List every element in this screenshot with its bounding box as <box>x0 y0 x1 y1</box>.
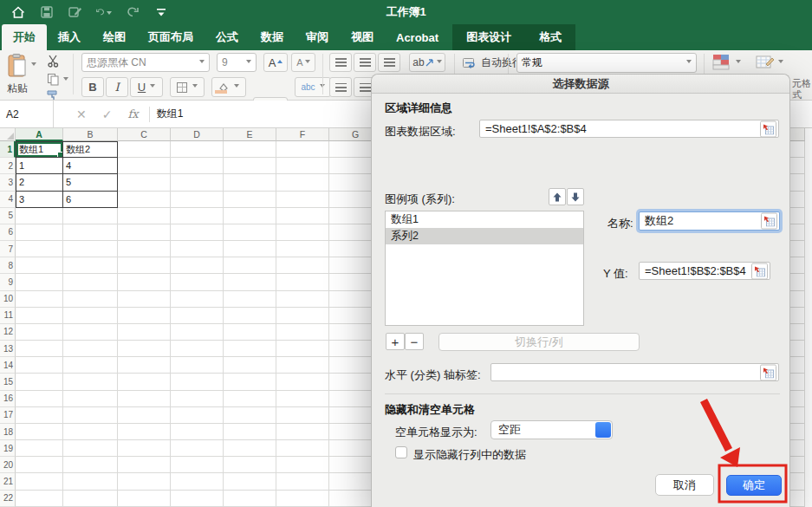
cell-F6[interactable] <box>276 224 329 241</box>
cell-A13[interactable] <box>16 341 63 357</box>
cell-C18[interactable] <box>118 424 171 440</box>
cell-C16[interactable] <box>118 391 171 407</box>
cell-B20[interactable] <box>63 457 118 473</box>
conditional-formatting-button[interactable] <box>712 54 741 71</box>
cell-B12[interactable] <box>63 324 118 341</box>
cell-E5[interactable] <box>224 208 276 224</box>
row-header-2[interactable]: 2 <box>0 158 16 174</box>
cancel-entry-icon[interactable]: ✕ <box>76 107 87 121</box>
cell-D11[interactable] <box>171 308 224 324</box>
cell-D6[interactable] <box>171 224 224 241</box>
cell-E14[interactable] <box>224 357 276 374</box>
cell-F16[interactable] <box>276 391 329 407</box>
cell-A18[interactable] <box>16 424 63 440</box>
cell-E20[interactable] <box>224 457 276 473</box>
y-values-input[interactable]: =Sheet1!$B$2:$B$4 <box>639 262 770 280</box>
cell-C2[interactable] <box>118 158 171 174</box>
ribbon-toggle-icon[interactable] <box>153 5 169 19</box>
cell-B7[interactable] <box>63 241 118 257</box>
cell-B13[interactable] <box>63 341 118 357</box>
row-header-16[interactable]: 16 <box>0 391 16 407</box>
series-listbox[interactable]: 数组1系列2 <box>385 211 584 326</box>
grow-font-button[interactable]: A <box>263 53 288 72</box>
tab-审阅[interactable]: 审阅 <box>295 24 340 50</box>
cell-C10[interactable] <box>118 291 171 308</box>
confirm-entry-icon[interactable]: ✓ <box>102 107 113 121</box>
cell-E2[interactable] <box>224 158 276 174</box>
cell-C1[interactable] <box>118 141 171 158</box>
align-left-button[interactable] <box>329 77 352 97</box>
cell-D5[interactable] <box>171 208 224 224</box>
cell-D4[interactable] <box>171 192 224 208</box>
home-icon[interactable] <box>10 5 26 19</box>
cell-D17[interactable] <box>171 407 224 424</box>
cell-D7[interactable] <box>171 241 224 257</box>
tab-数据[interactable]: 数据 <box>250 24 295 50</box>
cell-F21[interactable] <box>276 473 329 490</box>
cell-E12[interactable] <box>224 324 276 341</box>
phonetic-button[interactable]: abc <box>295 77 331 97</box>
horizontal-axis-input[interactable] <box>490 363 779 381</box>
cell-F12[interactable] <box>276 324 329 341</box>
number-format-select[interactable]: 常规 <box>516 53 697 73</box>
cell-E4[interactable] <box>224 192 276 208</box>
remove-series-button[interactable]: − <box>405 333 424 350</box>
cell-E10[interactable] <box>224 291 276 308</box>
cell-B3[interactable]: 5 <box>63 174 118 191</box>
range-selector-icon[interactable] <box>761 213 777 230</box>
column-header-E[interactable]: E <box>224 128 276 141</box>
cell-D21[interactable] <box>171 473 224 490</box>
cell-D18[interactable] <box>171 424 224 440</box>
cell-C19[interactable] <box>118 440 171 457</box>
bold-button[interactable]: B <box>81 77 104 97</box>
cell-C4[interactable] <box>118 192 171 208</box>
cell-A15[interactable] <box>16 374 63 390</box>
cell-D19[interactable] <box>171 440 224 457</box>
tab-视图[interactable]: 视图 <box>340 24 385 50</box>
cell-B22[interactable] <box>63 491 118 507</box>
cell-B14[interactable] <box>63 357 118 374</box>
row-header-22[interactable]: 22 <box>0 491 16 507</box>
show-hidden-checkbox[interactable] <box>395 446 407 458</box>
cell-D12[interactable] <box>171 324 224 341</box>
cell-C9[interactable] <box>118 274 171 290</box>
column-header-B[interactable]: B <box>63 128 118 141</box>
name-box[interactable]: A2 <box>0 101 54 127</box>
cell-D22[interactable] <box>171 491 224 507</box>
format-as-table-button[interactable] <box>756 54 783 71</box>
row-header-14[interactable]: 14 <box>0 357 16 374</box>
cell-B21[interactable] <box>63 473 118 490</box>
copy-icon[interactable] <box>47 73 60 89</box>
cell-C12[interactable] <box>118 324 171 341</box>
cell-A1[interactable]: 数组1 <box>16 141 63 158</box>
cell-C21[interactable] <box>118 473 171 490</box>
cell-A10[interactable] <box>16 291 63 308</box>
row-header-15[interactable]: 15 <box>0 374 16 390</box>
cell-E7[interactable] <box>224 241 276 257</box>
cell-F11[interactable] <box>276 308 329 324</box>
cell-D13[interactable] <box>171 341 224 357</box>
cell-F1[interactable] <box>276 141 329 158</box>
cell-F14[interactable] <box>276 357 329 374</box>
paste-caret-icon[interactable] <box>31 62 36 68</box>
font-size-select[interactable]: 9 <box>217 53 257 72</box>
cell-A17[interactable] <box>16 407 63 424</box>
cell-F3[interactable] <box>276 174 329 191</box>
cell-A19[interactable] <box>16 440 63 457</box>
cell-E16[interactable] <box>224 391 276 407</box>
cell-F18[interactable] <box>276 424 329 440</box>
chart-range-input[interactable]: =Sheet1!$A$2:$B$4 <box>479 120 779 138</box>
row-header-21[interactable]: 21 <box>0 473 16 490</box>
row-header-5[interactable]: 5 <box>0 208 16 224</box>
move-series-up-button[interactable] <box>549 188 566 205</box>
cell-C15[interactable] <box>118 374 171 390</box>
row-header-1[interactable]: 1 <box>0 141 16 158</box>
undo-icon[interactable] <box>96 5 112 19</box>
cell-A6[interactable] <box>16 224 63 241</box>
cancel-button[interactable]: 取消 <box>655 474 714 496</box>
cell-A4[interactable]: 3 <box>16 192 63 208</box>
align-top-button[interactable] <box>329 53 352 72</box>
cell-B15[interactable] <box>63 374 118 390</box>
cell-B8[interactable] <box>63 257 118 274</box>
copy-caret-icon[interactable] <box>63 77 68 83</box>
